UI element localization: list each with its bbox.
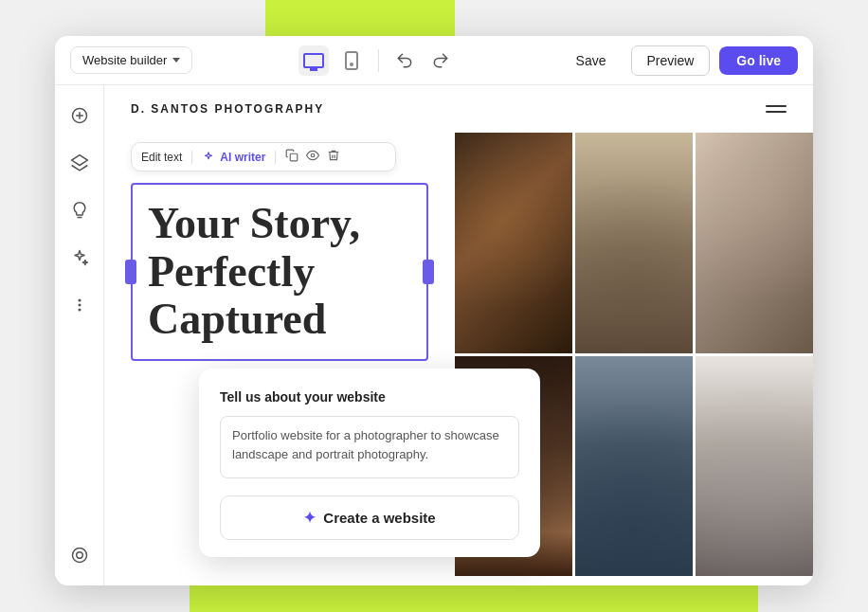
hamburger-menu[interactable] [766,105,787,113]
website-builder-label: Website builder [82,53,167,67]
undo-icon [395,51,414,70]
ai-dialog-textarea[interactable] [220,416,519,478]
hero-text-block[interactable]: Your Story, Perfectly Captured [131,183,428,361]
top-bar-center [298,45,455,76]
top-bar: Website builder Save Preview Go live [55,36,813,85]
desktop-device-button[interactable] [298,45,329,76]
headline-line-1: Your Story, [148,199,360,247]
photo-cell-1 [455,133,572,353]
hamburger-line-1 [766,105,787,107]
svg-point-7 [79,309,81,311]
redo-icon [431,51,450,70]
resize-handle-right[interactable] [423,260,434,284]
svg-point-5 [79,304,81,306]
photo-cell-3 [696,133,813,353]
photo-cell-2 [575,133,693,353]
ai-dialog: Tell us about your website ✦ Create a we… [199,369,540,557]
sidebar [55,85,104,585]
sidebar-settings-icon[interactable] [64,540,95,570]
ai-writer-button[interactable]: AI writer [192,151,276,164]
ai-sparkle-icon [202,151,215,164]
copy-icon[interactable] [285,149,298,165]
canvas-area: D. SANTOS PHOTOGRAPHY Edit text [104,85,813,585]
undo-button[interactable] [390,46,419,75]
eye-icon[interactable] [306,149,319,165]
sidebar-design-icon[interactable] [64,195,95,225]
site-logo: D. SANTOS PHOTOGRAPHY [131,102,324,116]
resize-handle-left[interactable] [125,260,136,284]
top-bar-right: Save Preview Go live [561,45,798,76]
svg-point-6 [79,299,81,301]
text-toolbar: Edit text AI writer [131,142,396,171]
mobile-device-button[interactable] [336,45,367,76]
headline-line-3: Captured [148,295,326,343]
top-bar-left: Website builder [70,46,192,74]
edit-text-button[interactable]: Edit text [141,151,192,164]
headline-line-2: Perfectly [148,247,315,296]
create-website-button[interactable]: ✦ Create a website [220,495,519,540]
sidebar-layers-icon[interactable] [64,148,95,178]
photo-cell-6 [696,356,813,577]
hamburger-line-2 [766,111,787,113]
photo-cell-5 [575,356,693,577]
sidebar-more-icon[interactable] [64,290,95,320]
toolbar-icons [276,149,340,165]
site-header: D. SANTOS PHOTOGRAPHY [104,85,813,133]
ai-writer-label: AI writer [220,151,265,164]
svg-point-11 [312,153,316,157]
separator [378,49,379,72]
main-area: D. SANTOS PHOTOGRAPHY Edit text [55,85,813,585]
svg-marker-3 [71,155,87,166]
hero-headline: Your Story, Perfectly Captured [148,200,411,344]
website-canvas: D. SANTOS PHOTOGRAPHY Edit text [104,85,813,585]
trash-icon[interactable] [327,149,340,165]
desktop-icon [303,53,324,68]
sidebar-add-icon[interactable] [64,100,95,131]
redo-button[interactable] [426,46,455,75]
svg-point-8 [72,549,86,563]
browser-window: Website builder Save Preview Go live [55,36,813,585]
svg-point-9 [76,552,82,559]
sidebar-ai-icon[interactable] [64,243,95,273]
golive-button[interactable]: Go live [719,46,798,75]
website-builder-button[interactable]: Website builder [70,46,192,74]
mobile-icon [345,51,358,70]
create-sparkle-icon: ✦ [303,509,316,527]
ai-dialog-title: Tell us about your website [220,389,519,405]
chevron-down-icon [172,58,180,63]
save-button[interactable]: Save [561,46,622,75]
svg-rect-10 [291,153,298,161]
preview-button[interactable]: Preview [631,45,711,76]
create-website-label: Create a website [323,510,435,526]
